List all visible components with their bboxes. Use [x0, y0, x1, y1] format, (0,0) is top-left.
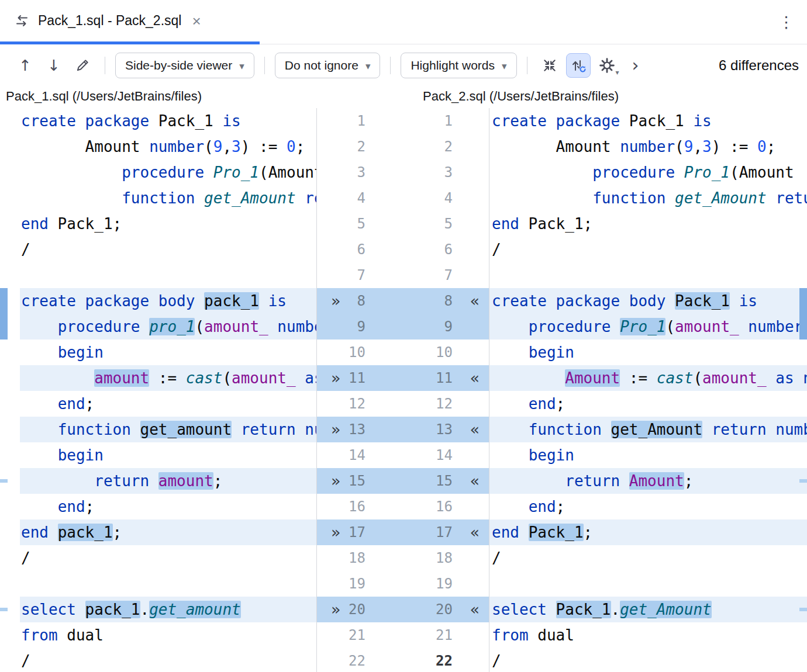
- code-token: ;: [85, 395, 95, 413]
- left-code-line[interactable]: function get_Amount return: [20, 185, 316, 211]
- right-code-line[interactable]: begin: [489, 340, 807, 365]
- right-code-line[interactable]: return Amount;: [489, 468, 807, 494]
- chevron-down-icon: ▾: [365, 60, 371, 71]
- right-code-line[interactable]: function get_Amount return: [489, 185, 807, 211]
- chevrons-left-icon[interactable]: «: [470, 288, 480, 314]
- tab-close-icon[interactable]: ×: [192, 13, 201, 29]
- right-code-line[interactable]: end;: [489, 391, 807, 417]
- right-code-line[interactable]: create package Pack_1 is: [489, 108, 807, 134]
- more-menu-icon[interactable]: ⋮: [778, 13, 794, 32]
- ignore-policy-dropdown[interactable]: Do not ignore ▾: [275, 53, 381, 78]
- chevrons-left-icon[interactable]: «: [470, 417, 480, 442]
- right-code-line[interactable]: /: [489, 545, 807, 571]
- edit-file-button[interactable]: [70, 53, 95, 78]
- code-token: create: [21, 292, 76, 310]
- code-token: return: [565, 472, 620, 490]
- code-token: end: [21, 524, 49, 541]
- code-token: is: [693, 112, 711, 130]
- left-code-line[interactable]: end Pack_1;: [20, 211, 316, 237]
- left-code-line[interactable]: [20, 262, 316, 288]
- gutter-row: 1010: [317, 340, 489, 365]
- code-token: is: [268, 292, 287, 310]
- chevrons-left-icon[interactable]: «: [470, 468, 480, 494]
- tab-diff[interactable]: Pack_1.sql - Pack_2.sql ×: [8, 0, 207, 41]
- highlight-policy-dropdown[interactable]: Highlight words ▾: [401, 53, 516, 78]
- left-code-line[interactable]: Amount number(9,3) := 0;: [20, 134, 316, 160]
- code-token: procedure: [529, 318, 611, 335]
- left-code-line[interactable]: end;: [20, 391, 316, 417]
- left-code-line[interactable]: [20, 571, 316, 597]
- left-code-line[interactable]: amount := cast(amount_ as: [20, 365, 316, 391]
- left-code-line[interactable]: /: [20, 237, 316, 262]
- left-code-line[interactable]: begin: [20, 340, 316, 365]
- chevrons-right-icon[interactable]: »: [331, 597, 341, 622]
- code-token: [675, 164, 684, 181]
- left-code-line[interactable]: /: [20, 648, 316, 672]
- gutter-row: 77: [317, 262, 489, 288]
- next-difference-button[interactable]: ↓: [42, 53, 66, 78]
- chevrons-right-icon[interactable]: »: [331, 519, 341, 545]
- code-token: package: [85, 292, 150, 310]
- right-code-line[interactable]: end Pack_1;: [489, 211, 807, 237]
- right-code-line[interactable]: procedure Pro_1(Amount: [489, 160, 807, 185]
- left-code-line[interactable]: create package body pack_1 is: [20, 288, 316, 314]
- diff-map-mark: [799, 288, 807, 340]
- chevrons-right-icon[interactable]: »: [331, 365, 341, 391]
- file-headers-row: Pack_1.sql (/Users/JetBrains/files) Pack…: [0, 86, 807, 108]
- code-token: number: [149, 138, 204, 155]
- right-code-line[interactable]: [489, 571, 807, 597]
- left-code-line[interactable]: /: [20, 545, 316, 571]
- viewer-mode-dropdown[interactable]: Side-by-side viewer ▾: [115, 53, 254, 78]
- left-code-line[interactable]: create package Pack_1 is: [20, 108, 316, 134]
- left-code-line[interactable]: end;: [20, 494, 316, 519]
- code-token: [21, 164, 122, 181]
- toolbar-expand-button[interactable]: ›: [623, 53, 648, 78]
- left-code-line[interactable]: procedure Pro_1(Amount: [20, 160, 316, 185]
- right-code-line[interactable]: create package body Pack_1 is: [489, 288, 807, 314]
- right-code-line[interactable]: begin: [489, 442, 807, 468]
- right-code-line[interactable]: function get_Amount return number: [489, 417, 807, 442]
- settings-button[interactable]: ▾: [595, 53, 619, 78]
- right-code-line[interactable]: from dual: [489, 622, 807, 648]
- toolbar-separator: [264, 57, 265, 74]
- code-token: ;: [584, 524, 593, 541]
- right-code-line[interactable]: end Pack_1;: [489, 519, 807, 545]
- chevrons-right-icon[interactable]: »: [331, 288, 341, 314]
- code-token: [140, 318, 150, 335]
- code-token: (Amount: [730, 164, 794, 181]
- code-token: Amount: [21, 138, 149, 155]
- right-code-line[interactable]: Amount := cast(amount_ as number: [489, 365, 807, 391]
- right-code-line[interactable]: select Pack_1.get_Amount: [489, 597, 807, 622]
- left-code-line[interactable]: begin: [20, 442, 316, 468]
- right-code-line[interactable]: /: [489, 237, 807, 262]
- code-token: [296, 369, 305, 387]
- code-token: [76, 601, 85, 618]
- right-code-line[interactable]: /: [489, 648, 807, 672]
- collapse-unchanged-button[interactable]: [537, 53, 562, 78]
- arrow-down-icon: ↓: [47, 58, 60, 73]
- right-code-line[interactable]: [489, 262, 807, 288]
- chevrons-left-icon[interactable]: «: [470, 597, 480, 622]
- code-token: create: [492, 292, 547, 310]
- right-code-line[interactable]: Amount number(9,3) := 0;: [489, 134, 807, 160]
- chevrons-right-icon[interactable]: »: [331, 468, 341, 494]
- diff-window: Pack_1.sql - Pack_2.sql × ⋮ ↑ ↓ Side-by-…: [0, 0, 807, 672]
- left-code-line[interactable]: end pack_1;: [20, 519, 316, 545]
- left-code-line[interactable]: select pack_1.get_amount: [20, 597, 316, 622]
- chevrons-left-icon[interactable]: «: [470, 365, 480, 391]
- gutter-row: 2222: [317, 648, 489, 672]
- previous-difference-button[interactable]: ↑: [13, 53, 37, 78]
- right-code-line[interactable]: procedure Pro_1(amount_ number: [489, 314, 807, 340]
- synchronize-scrolling-toggle[interactable]: [566, 53, 591, 78]
- code-token: /: [21, 549, 30, 567]
- left-code-line[interactable]: function get_amount return number: [20, 417, 316, 442]
- left-code-line[interactable]: procedure pro_1(amount_ number: [20, 314, 316, 340]
- left-code-line[interactable]: from dual: [20, 622, 316, 648]
- chevrons-left-icon[interactable]: «: [470, 519, 480, 545]
- right-code-line[interactable]: end;: [489, 494, 807, 519]
- gutter-row: 22: [317, 134, 489, 160]
- chevrons-right-icon[interactable]: »: [331, 417, 341, 442]
- code-token: package: [85, 112, 150, 130]
- code-token: Pack_1: [529, 524, 584, 541]
- left-code-line[interactable]: return amount;: [20, 468, 316, 494]
